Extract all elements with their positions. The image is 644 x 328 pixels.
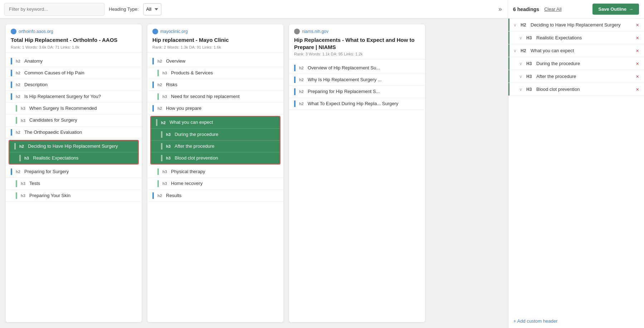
outline-item: ∨H3After the procedure× <box>508 70 644 83</box>
domain-row: niams.nih.gov <box>294 29 420 34</box>
heading-tag: h3 <box>166 156 172 160</box>
heading-item[interactable]: h3Preparing Your Skin <box>6 190 142 202</box>
remove-outline-item-button[interactable]: × <box>635 22 640 28</box>
card-header: mayoclinic.orgHip replacement - Mayo Cli… <box>147 24 283 53</box>
heading-item[interactable]: h3Products & Services <box>147 67 283 79</box>
chevron-icon[interactable]: ∨ <box>519 61 524 66</box>
heading-item[interactable]: h2Why Is Hip Replacement Surgery ... <box>289 74 425 86</box>
indent-bar <box>16 180 17 187</box>
remove-outline-item-button[interactable]: × <box>635 61 640 66</box>
heading-tag: h2 <box>16 170 22 174</box>
card-meta: Rank: 2 Words: 1.3k DA: 91 Links: 1.6k <box>152 45 278 49</box>
heading-item[interactable]: h3Home recovery <box>147 178 283 190</box>
indent-bar <box>152 105 154 112</box>
domain-url[interactable]: orthoinfo.aaos.org <box>19 29 53 34</box>
heading-item[interactable]: h3Need for second hip replacement <box>147 91 283 103</box>
heading-item[interactable]: h2Preparing for Surgery <box>6 166 142 178</box>
indent-bar <box>152 192 154 199</box>
chevron-icon[interactable]: ∨ <box>519 35 524 40</box>
heading-item[interactable]: h2Is Hip Replacement Surgery for You? <box>6 91 142 103</box>
heading-tag: h3 <box>21 194 27 198</box>
chevron-icon[interactable]: ∨ <box>513 23 518 28</box>
heading-text: What To Expect During Hip Repla... Surge… <box>308 101 398 107</box>
expand-icon[interactable]: » <box>497 4 503 14</box>
heading-text: Is Hip Replacement Surgery for You? <box>24 93 101 100</box>
heading-text: Overview of Hip Replacement Su... <box>308 65 380 71</box>
heading-text: During the procedure <box>175 131 218 138</box>
chevron-icon[interactable]: ∨ <box>519 87 524 92</box>
filter-input[interactable] <box>4 3 104 16</box>
chevron-icon[interactable]: ∨ <box>519 74 524 79</box>
heading-item[interactable]: h3After the procedure <box>151 141 280 152</box>
heading-item[interactable]: h2The Orthopaedic Evaluation <box>6 127 142 138</box>
card-body: h2Overviewh3Products & Servicesh2Risksh3… <box>147 53 283 323</box>
heading-item[interactable]: h2What To Expect During Hip Repla... Sur… <box>289 98 425 110</box>
heading-tag: h3 <box>24 156 31 160</box>
indent-bar <box>161 155 162 161</box>
heading-text: Products & Services <box>171 70 213 76</box>
heading-item[interactable]: h2Overview of Hip Replacement Su... <box>289 62 425 74</box>
heading-text: How you prepare <box>166 105 201 112</box>
domain-url[interactable]: mayoclinic.org <box>160 29 188 34</box>
remove-outline-item-button[interactable]: × <box>635 74 640 79</box>
remove-outline-item-button[interactable]: × <box>635 35 640 40</box>
heading-tag: h2 <box>157 59 164 63</box>
heading-item[interactable]: h3Realistic Expectations <box>9 152 138 164</box>
clear-all-button[interactable]: Clear All <box>543 6 563 13</box>
heading-item[interactable]: h2Risks <box>147 79 283 91</box>
indent-bar <box>157 180 159 187</box>
heading-tag: h3 <box>21 106 27 111</box>
outline-text: After the procedure <box>536 74 633 79</box>
heading-item[interactable]: h2Common Causes of Hip Pain <box>6 67 142 79</box>
remove-outline-item-button[interactable]: × <box>635 48 640 53</box>
indent-bar <box>14 143 16 150</box>
heading-tag: h2 <box>157 106 164 111</box>
indent-bar <box>16 192 17 199</box>
remove-outline-item-button[interactable]: × <box>635 87 640 92</box>
outline-text: Deciding to Have Hip Replacement Surgery <box>531 22 633 28</box>
heading-tag: h2 <box>16 83 22 87</box>
heading-item[interactable]: h2Results <box>147 190 283 202</box>
indent-bar <box>11 58 12 64</box>
heading-item[interactable]: h3During the procedure <box>151 129 280 141</box>
heading-item[interactable]: h2Description <box>6 79 142 91</box>
heading-text: Anatomy <box>24 58 43 64</box>
column-card-col1: orthoinfo.aaos.orgTotal Hip Replacement … <box>6 24 142 322</box>
chevron-icon[interactable]: ∨ <box>513 48 518 53</box>
heading-item[interactable]: h2What you can expect <box>151 117 280 128</box>
heading-item[interactable]: h3When Surgery Is Recommended <box>6 103 142 114</box>
heading-item[interactable]: h3Blood clot prevention <box>151 152 280 164</box>
heading-item[interactable]: h2Anatomy <box>6 55 142 67</box>
heading-tag: h2 <box>16 59 22 63</box>
indent-bar <box>19 155 21 161</box>
heading-text: The Orthopaedic Evaluation <box>24 129 82 136</box>
domain-url[interactable]: niams.nih.gov <box>302 29 328 34</box>
heading-item[interactable]: h2Deciding to Have Hip Replacement Surge… <box>9 141 138 152</box>
indent-bar <box>157 93 159 100</box>
add-custom-header[interactable]: + Add custom header <box>508 314 644 328</box>
heading-text: Preparing for Surgery <box>24 168 69 175</box>
heading-item[interactable]: h2Preparing for Hip Replacement S... <box>289 86 425 98</box>
heading-item[interactable]: h3Tests <box>6 178 142 190</box>
heading-text: Realistic Expectations <box>33 155 78 161</box>
heading-item[interactable]: h2Overview <box>147 55 283 67</box>
heading-tag: h3 <box>162 181 169 186</box>
heading-tag: h2 <box>16 130 22 134</box>
outline-tag: H3 <box>526 61 534 66</box>
heading-tag: h3 <box>162 170 169 174</box>
heading-type-select[interactable]: All H2 H3 H4 <box>143 3 161 15</box>
outline-tag: H2 <box>521 48 528 53</box>
outline-tag: H2 <box>521 23 528 28</box>
right-top-bar: 6 headings Clear All Save Outline → <box>508 0 644 18</box>
heading-item[interactable]: h2How you prepare <box>147 103 283 114</box>
heading-item[interactable]: h3Physical therapy <box>147 166 283 178</box>
headings-count: 6 headings <box>513 6 539 12</box>
domain-favicon <box>152 29 158 34</box>
heading-text: When Surgery Is Recommended <box>29 105 97 112</box>
heading-item[interactable]: h3Candidates for Surgery <box>6 114 142 126</box>
card-title: Hip Replacements - What to Expect and Ho… <box>294 36 420 50</box>
save-outline-button[interactable]: Save Outline → <box>592 4 639 15</box>
heading-type-label: Heading Type: <box>109 6 139 12</box>
top-bar: Heading Type: All H2 H3 H4 » 6 headings … <box>0 0 644 19</box>
domain-favicon <box>294 29 300 34</box>
